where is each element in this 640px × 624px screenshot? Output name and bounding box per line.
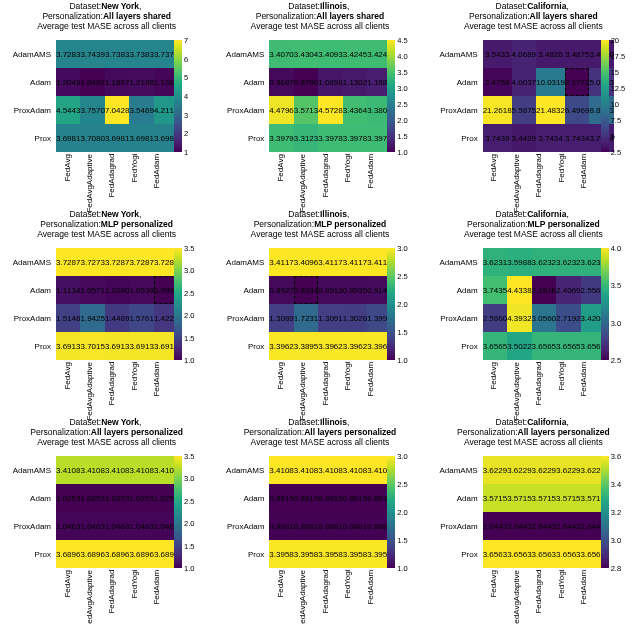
y-tick: ProxAdam [0,304,54,332]
heatmap-cell: 1.0898 [318,68,342,96]
colorbar-tick: 1 [184,148,206,157]
x-tick: FedAvg [63,570,72,624]
heatmap-cell: 1.0253 [129,484,153,512]
heatmap-cell: 3.6563 [507,540,531,568]
heatmap-cells: 3.41173.40963.41173.41173.41170.89270.83… [269,248,381,360]
x-tick: FedAdagrad [321,570,330,624]
heatmap-panel: Dataset:New York, Personalization:MLP pe… [0,208,213,416]
panel-title: Dataset:California, Personalization:All … [427,418,640,447]
colorbar-tick: 2.5 [397,272,419,281]
heatmap-cell: 3.4093 [318,40,342,68]
heatmap-cell: 3.4108 [80,456,104,484]
y-tick: Adam [427,484,481,512]
heatmap-cell: 3.4117 [343,248,367,276]
heatmap-cell: 3.3958 [269,540,293,568]
colorbar-tick: 15 [611,68,633,77]
colorbar-tick: 3.5 [611,281,633,290]
x-tick: FedAdagrad [107,570,116,624]
y-tick: Prox [213,124,267,152]
x-axis-labels: FedAvgFedAvgAdaptiveFedAdagradFedYogiFed… [56,362,168,418]
x-tick: FedAdagrad [534,154,543,215]
heatmap-panel: Dataset:New York, Personalization:All la… [0,416,213,624]
colorbar-tick: 3.0 [397,244,419,253]
colorbar-tick: 1.0 [397,564,419,573]
y-tick: AdamAMS [0,248,54,276]
x-tick: FedAvgAdaptive [512,570,521,624]
heatmap-cell: 0.8334 [294,276,318,304]
heatmap-cell: 3.7287 [56,248,80,276]
heatmap-cell: 0.8881 [318,512,342,540]
heatmap-cell: 1.0482 [80,68,104,96]
heatmap-cells: 3.72833.74393.73833.73833.73791.20491.04… [56,40,168,152]
x-tick: FedAdagrad [534,362,543,423]
y-tick: Prox [427,124,481,152]
x-tick: FedYogi [343,570,352,624]
y-tick: AdamAMS [0,456,54,484]
x-tick: FedYogi [343,362,352,423]
x-tick: FedAdagrad [534,570,543,624]
heatmap-cell: 3.4875 [565,40,589,68]
heatmap-cell: 3.7015 [80,332,104,360]
heatmap-cell: 3.3958 [318,540,342,568]
y-tick: Adam [427,276,481,304]
colorbar-tick: 3.0 [184,266,206,275]
heatmap-cell: 3.4108 [269,456,293,484]
colorbar-tick: 4.0 [611,244,633,253]
heatmap-cell: 3.6229 [532,456,556,484]
heatmap-cell: 1.1897 [105,68,129,96]
heatmap-cell: 3.6563 [556,540,580,568]
x-axis-labels: FedAvgFedAvgAdaptiveFedAdagradFedYogiFed… [483,154,595,210]
colorbar-tick: 3.0 [184,474,206,483]
colorbar-tick: 12.5 [611,84,633,93]
heatmap-cell: 4.0689 [512,40,536,68]
heatmap-cell: 3.7434 [536,124,565,152]
heatmap-cell: 1.3091 [318,304,342,332]
colorbar-tick: 3.0 [397,452,419,461]
y-axis-labels: AdamAMSAdamProxAdamProx [213,40,267,152]
heatmap-cell: 1.4489 [105,304,129,332]
heatmap-cell: 3.3123 [294,124,318,152]
y-tick: Prox [213,540,267,568]
colorbar-tick: 17.5 [611,52,633,61]
heatmap-cell: 3.7383 [105,40,129,68]
heatmap-cell: 2.1816 [532,276,556,304]
colorbar [387,248,395,360]
colorbar [601,456,609,568]
y-tick: Adam [0,68,54,96]
heatmap-cell: 3.6981 [129,124,153,152]
x-axis-labels: FedAvgFedAvgAdaptiveFedAdagradFedYogiFed… [269,154,381,210]
heatmap-cell: 3.5022 [507,332,531,360]
heatmap-cell: 3.4108 [294,456,318,484]
heatmap-cell: 3.5988 [507,248,531,276]
colorbar-tick: 2.5 [611,356,633,365]
heatmap-panel: Dataset:Illinois, Personalization:All la… [213,416,426,624]
x-tick: FedAvgAdaptive [298,570,307,624]
x-tick: FedAvg [489,570,498,624]
heatmap-cell: 3.4070 [269,40,293,68]
colorbar-tick: 2.0 [397,508,419,517]
heatmap-cell: 1.1134 [56,276,80,304]
panel-title: Dataset:California, Personalization:All … [427,2,640,31]
panel-title: Dataset:Illinois, Personalization:MLP pe… [213,210,426,239]
colorbar-tick: 3.5 [397,68,419,77]
heatmap-cells: 3.40703.43043.40933.42453.42420.96870.87… [269,40,381,152]
x-axis-labels: FedAvgFedAvgAdaptiveFedAdagradFedYogiFed… [56,570,168,624]
heatmap-cell: 3.6565 [556,332,580,360]
colorbar-tick: 1.0 [184,564,206,573]
colorbar-tick: 1.0 [397,148,419,157]
heatmap-cell: 1.2198 [129,68,153,96]
heatmap-cell: 3.4108 [343,456,367,484]
y-tick: Adam [0,276,54,304]
y-axis-labels: AdamAMSAdamProxAdamProx [427,456,481,568]
heatmap-cell: 2.5860 [483,304,507,332]
y-tick: Adam [427,68,481,96]
heatmap-cell: 0.8881 [343,512,367,540]
heatmap-cell: 1.5148 [56,304,80,332]
y-tick: ProxAdam [0,96,54,124]
colorbar-tick: 4.5 [397,36,419,45]
heatmap-cell: 3.3962 [343,332,367,360]
heatmap-cell: 3.6563 [532,540,556,568]
colorbar [174,456,182,568]
heatmap-cell: 0.8881 [269,512,293,540]
colorbar-tick: 2.5 [397,480,419,489]
